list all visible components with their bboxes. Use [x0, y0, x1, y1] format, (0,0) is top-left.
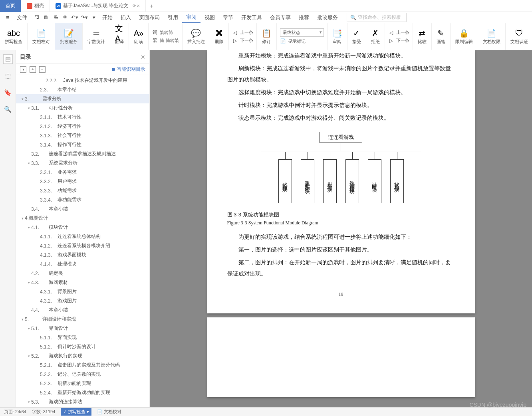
toc-item[interactable]: ▾3.3.系统需求分析 [16, 158, 149, 168]
rail-bookmark-icon[interactable]: 🔖 [3, 88, 13, 97]
toc-item[interactable]: 3.3.2.用户需求 [16, 177, 149, 186]
accept-button[interactable]: ✓接受 [351, 28, 363, 46]
doccompare-button[interactable]: 📄文档校对 [31, 28, 52, 46]
toc-item[interactable]: 3.4.本章小结 [16, 204, 149, 214]
toc-item[interactable]: 4.1.3.游戏界面模块 [16, 250, 149, 260]
rail-nav-icon[interactable]: ⬚ [3, 71, 13, 81]
document-area[interactable]: 重新开始模块：完成连连看游戏中重新开始新一局游戏功能的模块。 刷新模块：完成连连… [150, 50, 532, 407]
toc-item[interactable]: 3.1.4.操作可行性 [16, 140, 149, 149]
menu-review[interactable]: 审阅 [182, 12, 200, 23]
readaloud-button[interactable]: A»朗读 [132, 28, 145, 46]
toc-item[interactable]: 5.2.2.记分、记关数的实现 [16, 370, 149, 379]
menu-insert[interactable]: 插入 [117, 12, 135, 23]
toc-expand-button[interactable]: ▾ [20, 66, 26, 73]
toc-item[interactable]: 2.3.本章小结 [16, 85, 149, 94]
tab-document[interactable]: W基于JavaSw...与实现 毕业论文⟳ ✕ [50, 0, 146, 12]
compare-button[interactable]: ⇄比较 [416, 28, 428, 46]
toc-item[interactable]: 2.2.2.Java 技术在游戏开发中的应用 [16, 76, 149, 85]
menu-recommend[interactable]: 推荐 [295, 12, 313, 23]
menu-references[interactable]: 引用 [164, 12, 182, 23]
tab-dock[interactable]: 稻壳 [21, 0, 50, 12]
print-icon[interactable]: 🖶 [51, 13, 60, 22]
status-dropdown[interactable]: 最终状态 [280, 28, 324, 37]
prev-comment-button[interactable]: ◁上一条 [232, 29, 253, 36]
markup-button[interactable]: 📝批改服务 [58, 28, 79, 46]
toc-item[interactable]: 3.1.3.社会可行性 [16, 131, 149, 140]
toc-body[interactable]: 2.2.2.Java 技术在游戏开发中的应用2.3.本章小结▾3.需求分析▾3.… [16, 75, 149, 407]
delete-button[interactable]: 🗙删除 [213, 28, 225, 46]
close-icon[interactable]: ⟳ ✕ [133, 4, 140, 8]
toc-item[interactable]: 4.1.4.处理模块 [16, 260, 149, 269]
menu-chapter[interactable]: 章节 [219, 12, 237, 23]
ink-button[interactable]: ✎画笔 [435, 28, 447, 46]
toc-item[interactable]: 5.1.1.界面实现 [16, 333, 149, 342]
status-proof[interactable]: 📄 文档校对 [97, 409, 121, 415]
toc-item[interactable]: ▾5.详细设计和实现 [16, 315, 149, 324]
rail-search-icon[interactable]: 🔍 [3, 105, 13, 114]
toc-item[interactable]: 3.3.4.非功能需求 [16, 195, 149, 204]
next-comment-button[interactable]: ▷下一条 [232, 37, 253, 44]
rail-toc-icon[interactable]: ▤ [3, 54, 13, 64]
toc-item[interactable]: ▾4.3.游戏素材 [16, 278, 149, 287]
toc-item[interactable]: 4.2.确定类 [16, 269, 149, 278]
menu-markup-service[interactable]: 批改服务 [313, 12, 342, 23]
toc-item[interactable]: 5.2.4.重新开始游戏功能的实现 [16, 388, 149, 397]
toc-item[interactable]: ▾5.2.游戏执行的实现 [16, 351, 149, 361]
toc-item[interactable]: 3.3.3.功能需求 [16, 186, 149, 195]
status-wordcount[interactable]: 字数: 31194 [32, 409, 56, 415]
toc-item[interactable]: 4.3.2.游戏图片 [16, 296, 149, 305]
toc-item[interactable]: ▾4.1.模块设计 [16, 223, 149, 232]
toc-item[interactable]: 4.3.1.背景图片 [16, 287, 149, 296]
insertcomment-button[interactable]: 💬插入批注 [186, 28, 206, 46]
toc-item[interactable]: 3.1.2.经济可行性 [16, 122, 149, 131]
print-preview-icon[interactable]: 👁 [61, 13, 69, 22]
save-as-icon[interactable]: 🗎 [42, 13, 50, 22]
toc-close-button[interactable]: ✕ [141, 54, 145, 60]
wordcount-button[interactable]: ═字数统计 [86, 28, 107, 46]
tab-add-button[interactable]: + [146, 3, 157, 9]
restrict-button[interactable]: 🔒限制编辑 [454, 28, 474, 46]
docauth-button[interactable]: 🛡文档认证 [509, 28, 530, 46]
track-button[interactable]: 📋修订 [260, 28, 273, 46]
toc-collapse-button[interactable]: + [30, 66, 36, 73]
hamburger-icon[interactable]: ≡ [3, 13, 12, 22]
menu-pagelayout[interactable]: 页面布局 [135, 12, 164, 23]
save-icon[interactable]: 🖫 [32, 13, 41, 22]
reviewpane-button[interactable]: 📑审阅 [331, 28, 344, 46]
toc-item[interactable]: 5.1.2.倒计时沙漏的设计 [16, 342, 149, 351]
toc-item[interactable]: 4.1.2.连连看系统模各模块介绍 [16, 241, 149, 250]
toc-collapse-all-button[interactable]: − [39, 66, 46, 73]
toc-item[interactable]: 5.2.3.刷新功能的实现 [16, 379, 149, 388]
menu-member[interactable]: 会员专享 [266, 12, 295, 23]
menu-start[interactable]: 开始 [98, 12, 117, 23]
status-page[interactable]: 页面: 24/64 [4, 409, 26, 415]
status-spellcheck[interactable]: ✓ 拼写检查 ▾ [61, 408, 91, 416]
toc-item[interactable]: ▾5.3.游戏的连接算法 [16, 397, 149, 406]
toc-item[interactable]: 3.1.1.技术可行性 [16, 113, 149, 122]
trad-to-simp-button[interactable]: 词繁转简 [152, 29, 173, 36]
toc-item[interactable]: 4.4.本章小结 [16, 305, 149, 315]
toc-smart-button[interactable]: 智能识别目录 [112, 66, 145, 73]
docperm-button[interactable]: 📄文档权限 [481, 28, 502, 46]
toc-item[interactable]: 3.2.连连看游戏需求描述及规则描述 [16, 149, 149, 158]
toc-item[interactable]: 3.3.1.业务需求 [16, 168, 149, 177]
toc-item[interactable]: 5.2.1.点击图片的实现及其部分代码 [16, 361, 149, 370]
simp-to-trad-button[interactable]: 繁简 简转繁 [152, 37, 179, 44]
toc-item[interactable]: ▾5.1.界面设计 [16, 324, 149, 333]
showmarkup-button[interactable]: 📄显示标记 [280, 38, 306, 45]
menu-file[interactable]: 文件 [13, 12, 31, 23]
menu-view[interactable]: 视图 [200, 12, 219, 23]
toc-item[interactable]: ▾3.1.可行性分析 [16, 103, 149, 113]
dropdown-icon[interactable]: ▾ [89, 13, 98, 22]
toc-item[interactable]: ▾4.概要设计 [16, 214, 149, 223]
toc-item[interactable]: 4.1.1.连连看系统总体结构 [16, 232, 149, 241]
tab-home[interactable]: 首页 [0, 0, 21, 12]
next-change-button[interactable]: ▷下一条 [388, 37, 409, 44]
reject-button[interactable]: ✗拒绝 [369, 28, 381, 46]
spellcheck-button[interactable]: abc拼写检查 [3, 28, 24, 46]
menu-devtools[interactable]: 开发工具 [237, 12, 266, 23]
undo-icon[interactable]: ↶▾ [70, 13, 79, 22]
prev-change-button[interactable]: ◁上一条 [388, 29, 409, 36]
toc-item[interactable]: ▾3.需求分析 [16, 94, 149, 103]
translate-button[interactable]: 文A翻译 [113, 28, 125, 46]
